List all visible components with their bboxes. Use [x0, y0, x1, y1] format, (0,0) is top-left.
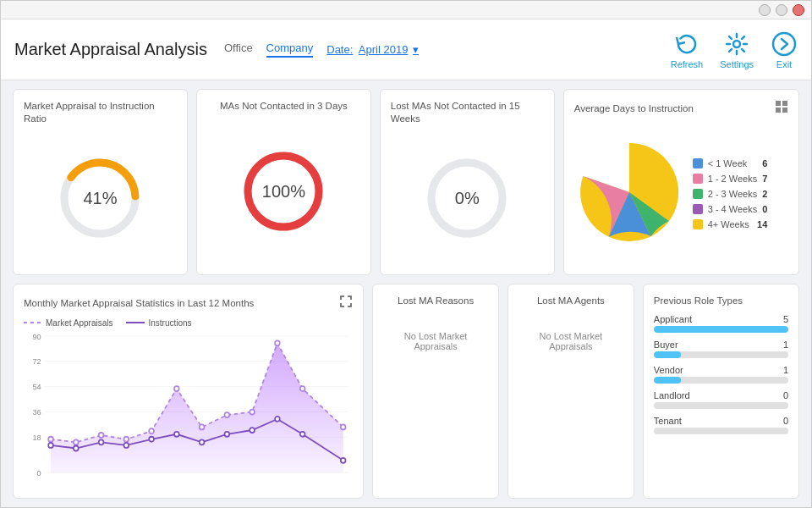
legend-item-week2: 1 - 2 Weeks 7	[693, 174, 768, 184]
ratio-title: Market Appraisal to Instruction Ratio	[24, 100, 177, 125]
svg-rect-8	[782, 101, 787, 106]
not-contacted-card: MAs Not Contacted in 3 Days 100%	[196, 89, 371, 275]
roles-title: Previous Role Types	[654, 295, 788, 307]
role-value: 5	[783, 314, 788, 324]
legend-color-week2	[693, 174, 703, 184]
pie-chart	[574, 137, 684, 250]
lost-reasons-card: Lost MA Reasons No Lost Market Appraisal…	[372, 284, 499, 499]
role-item: Buyer 1	[654, 340, 788, 358]
header-actions: Refresh Settings Exit	[671, 30, 798, 69]
role-value: 0	[783, 416, 788, 426]
svg-point-1	[773, 33, 795, 55]
role-item: Landlord 0	[654, 390, 788, 409]
bottom-row: Monthly Market Appraisal Statistics in L…	[13, 284, 799, 499]
date-filter: Date: April 2019 ▾	[326, 43, 419, 56]
svg-text:18: 18	[32, 433, 41, 442]
legend-color-week4	[693, 204, 703, 214]
svg-point-45	[275, 417, 280, 422]
role-label: Applicant	[654, 314, 692, 324]
svg-point-40	[149, 437, 154, 442]
legend-color-week1	[693, 158, 703, 168]
chart-card: Monthly Market Appraisal Statistics in L…	[13, 284, 364, 499]
role-header: Applicant 5	[654, 314, 788, 324]
role-label: Buyer	[654, 340, 678, 350]
svg-point-42	[200, 439, 205, 444]
roles-list: Applicant 5 Buyer 1 Vendor 1	[654, 314, 788, 441]
legend-item-week3: 2 - 3 Weeks 2	[693, 189, 768, 199]
date-picker[interactable]: April 2019	[359, 43, 409, 56]
svg-rect-10	[782, 108, 787, 113]
main-content: Market Appraisal to Instruction Ratio 41…	[1, 80, 811, 507]
role-value: 1	[783, 365, 788, 375]
not-contacted-donut: 100%	[237, 145, 330, 238]
svg-point-32	[250, 409, 255, 414]
svg-point-38	[99, 439, 104, 444]
tab-office[interactable]: Office	[224, 41, 253, 58]
lost-agents-empty: No Lost Market Appraisals	[518, 331, 623, 351]
line-chart: 90 72 54 36 18 0	[24, 331, 353, 488]
top-row: Market Appraisal to Instruction Ratio 41…	[13, 89, 799, 275]
lost-not-contacted-card: Lost MAs Not Contacted in 15 Weeks 0%	[380, 89, 555, 275]
pie-title: Average Days to Instruction	[574, 100, 788, 117]
settings-button[interactable]: Settings	[720, 30, 754, 69]
legend-ma: Market Appraisals	[24, 318, 112, 328]
header-tabs: Office Company	[224, 41, 313, 58]
refresh-button[interactable]: Refresh	[671, 30, 704, 69]
svg-point-46	[300, 432, 305, 437]
ratio-value: 41%	[83, 188, 117, 207]
role-item: Applicant 5	[654, 314, 788, 333]
lost-reasons-title: Lost MA Reasons	[398, 295, 474, 307]
pie-card: Average Days to Instruction	[563, 89, 799, 275]
svg-point-47	[341, 458, 346, 463]
main-window: Market Appraisal Analysis Office Company…	[0, 0, 812, 508]
role-bar-bg	[654, 351, 788, 358]
chart-legend: Market Appraisals Instructions	[24, 318, 353, 328]
svg-point-39	[123, 443, 129, 448]
role-bar-bg	[654, 377, 788, 384]
svg-point-44	[250, 428, 255, 433]
role-bar-fill	[654, 351, 681, 358]
not-contacted-title: MAs Not Contacted in 3 Days	[220, 100, 348, 113]
svg-rect-7	[776, 101, 781, 106]
maximize-button[interactable]	[776, 4, 787, 16]
role-label: Vendor	[654, 365, 683, 375]
date-chevron-icon[interactable]: ▾	[413, 43, 419, 56]
role-bar-bg	[654, 428, 788, 434]
svg-point-34	[300, 386, 305, 391]
role-label: Tenant	[654, 416, 682, 426]
role-header: Landlord 0	[654, 390, 788, 400]
lost-not-contacted-donut: 0%	[420, 152, 513, 245]
tab-company[interactable]: Company	[266, 41, 314, 58]
minimize-button[interactable]	[759, 4, 771, 16]
title-bar	[1, 1, 811, 19]
exit-button[interactable]: Exit	[771, 30, 798, 69]
role-header: Tenant 0	[654, 416, 788, 426]
svg-point-33	[275, 340, 280, 345]
svg-text:54: 54	[32, 383, 41, 391]
legend-item-week4: 3 - 4 Weeks 0	[693, 204, 768, 214]
header: Market Appraisal Analysis Office Company…	[1, 19, 811, 80]
svg-point-37	[74, 445, 79, 450]
close-button[interactable]	[793, 4, 804, 16]
svg-point-30	[200, 424, 205, 429]
svg-point-43	[224, 432, 229, 437]
roles-card: Previous Role Types Applicant 5 Buyer 1	[643, 284, 799, 499]
svg-point-29	[174, 386, 179, 391]
page-title: Market Appraisal Analysis	[14, 40, 207, 59]
svg-point-25	[74, 439, 79, 444]
lost-reasons-empty: No Lost Market Appraisals	[383, 331, 488, 351]
lost-agents-title: Lost MA Agents	[537, 295, 605, 307]
not-contacted-value: 100%	[262, 182, 305, 202]
lost-not-contacted-title: Lost MAs Not Contacted in 15 Weeks	[391, 100, 544, 125]
role-item: Tenant 0	[654, 416, 788, 434]
role-bar-fill	[654, 326, 788, 333]
grid-icon[interactable]	[775, 100, 788, 117]
expand-icon[interactable]	[339, 295, 353, 312]
legend-item-week1: < 1 Week 6	[693, 158, 768, 168]
lost-agents-card: Lost MA Agents No Lost Market Appraisals	[508, 284, 634, 499]
role-label: Landlord	[654, 390, 690, 400]
role-bar-bg	[654, 326, 788, 333]
svg-point-28	[149, 428, 154, 433]
ratio-donut: 41%	[53, 152, 146, 245]
svg-point-26	[99, 433, 104, 438]
